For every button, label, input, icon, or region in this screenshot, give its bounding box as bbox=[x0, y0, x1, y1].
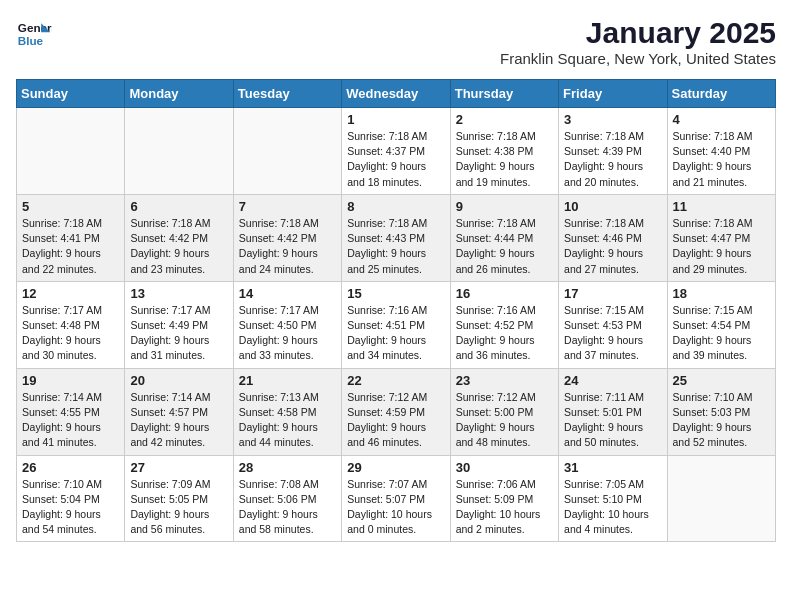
calendar-cell: 28Sunrise: 7:08 AMSunset: 5:06 PMDayligh… bbox=[233, 455, 341, 542]
calendar-cell: 6Sunrise: 7:18 AMSunset: 4:42 PMDaylight… bbox=[125, 194, 233, 281]
day-number: 4 bbox=[673, 112, 770, 127]
day-info: Sunrise: 7:09 AMSunset: 5:05 PMDaylight:… bbox=[130, 477, 227, 538]
day-info: Sunrise: 7:08 AMSunset: 5:06 PMDaylight:… bbox=[239, 477, 336, 538]
day-number: 26 bbox=[22, 460, 119, 475]
calendar-week-row: 1Sunrise: 7:18 AMSunset: 4:37 PMDaylight… bbox=[17, 108, 776, 195]
calendar-cell: 25Sunrise: 7:10 AMSunset: 5:03 PMDayligh… bbox=[667, 368, 775, 455]
day-number: 2 bbox=[456, 112, 553, 127]
day-number: 8 bbox=[347, 199, 444, 214]
calendar-week-row: 5Sunrise: 7:18 AMSunset: 4:41 PMDaylight… bbox=[17, 194, 776, 281]
calendar-cell: 1Sunrise: 7:18 AMSunset: 4:37 PMDaylight… bbox=[342, 108, 450, 195]
day-info: Sunrise: 7:18 AMSunset: 4:42 PMDaylight:… bbox=[130, 216, 227, 277]
weekday-header-monday: Monday bbox=[125, 80, 233, 108]
day-number: 31 bbox=[564, 460, 661, 475]
calendar-cell: 24Sunrise: 7:11 AMSunset: 5:01 PMDayligh… bbox=[559, 368, 667, 455]
day-info: Sunrise: 7:10 AMSunset: 5:04 PMDaylight:… bbox=[22, 477, 119, 538]
calendar-cell bbox=[17, 108, 125, 195]
day-number: 1 bbox=[347, 112, 444, 127]
calendar-cell: 15Sunrise: 7:16 AMSunset: 4:51 PMDayligh… bbox=[342, 281, 450, 368]
day-info: Sunrise: 7:18 AMSunset: 4:43 PMDaylight:… bbox=[347, 216, 444, 277]
calendar-cell: 16Sunrise: 7:16 AMSunset: 4:52 PMDayligh… bbox=[450, 281, 558, 368]
day-info: Sunrise: 7:18 AMSunset: 4:47 PMDaylight:… bbox=[673, 216, 770, 277]
day-info: Sunrise: 7:18 AMSunset: 4:44 PMDaylight:… bbox=[456, 216, 553, 277]
calendar-cell: 30Sunrise: 7:06 AMSunset: 5:09 PMDayligh… bbox=[450, 455, 558, 542]
calendar-cell: 10Sunrise: 7:18 AMSunset: 4:46 PMDayligh… bbox=[559, 194, 667, 281]
calendar-cell: 3Sunrise: 7:18 AMSunset: 4:39 PMDaylight… bbox=[559, 108, 667, 195]
day-number: 11 bbox=[673, 199, 770, 214]
calendar-cell: 31Sunrise: 7:05 AMSunset: 5:10 PMDayligh… bbox=[559, 455, 667, 542]
day-info: Sunrise: 7:18 AMSunset: 4:46 PMDaylight:… bbox=[564, 216, 661, 277]
calendar-cell: 12Sunrise: 7:17 AMSunset: 4:48 PMDayligh… bbox=[17, 281, 125, 368]
day-info: Sunrise: 7:12 AMSunset: 5:00 PMDaylight:… bbox=[456, 390, 553, 451]
day-number: 13 bbox=[130, 286, 227, 301]
calendar-cell: 22Sunrise: 7:12 AMSunset: 4:59 PMDayligh… bbox=[342, 368, 450, 455]
day-number: 10 bbox=[564, 199, 661, 214]
weekday-header-sunday: Sunday bbox=[17, 80, 125, 108]
day-info: Sunrise: 7:11 AMSunset: 5:01 PMDaylight:… bbox=[564, 390, 661, 451]
calendar-week-row: 19Sunrise: 7:14 AMSunset: 4:55 PMDayligh… bbox=[17, 368, 776, 455]
day-info: Sunrise: 7:13 AMSunset: 4:58 PMDaylight:… bbox=[239, 390, 336, 451]
day-number: 14 bbox=[239, 286, 336, 301]
day-info: Sunrise: 7:18 AMSunset: 4:39 PMDaylight:… bbox=[564, 129, 661, 190]
calendar-cell bbox=[233, 108, 341, 195]
weekday-header-friday: Friday bbox=[559, 80, 667, 108]
calendar-cell: 7Sunrise: 7:18 AMSunset: 4:42 PMDaylight… bbox=[233, 194, 341, 281]
day-number: 12 bbox=[22, 286, 119, 301]
calendar-cell: 20Sunrise: 7:14 AMSunset: 4:57 PMDayligh… bbox=[125, 368, 233, 455]
calendar-cell: 9Sunrise: 7:18 AMSunset: 4:44 PMDaylight… bbox=[450, 194, 558, 281]
day-info: Sunrise: 7:15 AMSunset: 4:53 PMDaylight:… bbox=[564, 303, 661, 364]
day-number: 16 bbox=[456, 286, 553, 301]
calendar-cell: 4Sunrise: 7:18 AMSunset: 4:40 PMDaylight… bbox=[667, 108, 775, 195]
day-info: Sunrise: 7:16 AMSunset: 4:51 PMDaylight:… bbox=[347, 303, 444, 364]
logo: General Blue bbox=[16, 16, 52, 52]
calendar-cell bbox=[667, 455, 775, 542]
day-info: Sunrise: 7:18 AMSunset: 4:42 PMDaylight:… bbox=[239, 216, 336, 277]
day-number: 27 bbox=[130, 460, 227, 475]
day-number: 28 bbox=[239, 460, 336, 475]
day-number: 22 bbox=[347, 373, 444, 388]
day-number: 23 bbox=[456, 373, 553, 388]
day-number: 19 bbox=[22, 373, 119, 388]
calendar-cell: 19Sunrise: 7:14 AMSunset: 4:55 PMDayligh… bbox=[17, 368, 125, 455]
weekday-header-tuesday: Tuesday bbox=[233, 80, 341, 108]
calendar-cell bbox=[125, 108, 233, 195]
weekday-header-wednesday: Wednesday bbox=[342, 80, 450, 108]
day-info: Sunrise: 7:17 AMSunset: 4:50 PMDaylight:… bbox=[239, 303, 336, 364]
calendar-cell: 18Sunrise: 7:15 AMSunset: 4:54 PMDayligh… bbox=[667, 281, 775, 368]
svg-text:General: General bbox=[18, 21, 52, 34]
page-header: General Blue January 2025 Franklin Squar… bbox=[16, 16, 776, 67]
weekday-header-saturday: Saturday bbox=[667, 80, 775, 108]
weekday-header-thursday: Thursday bbox=[450, 80, 558, 108]
location-subtitle: Franklin Square, New York, United States bbox=[500, 50, 776, 67]
day-number: 3 bbox=[564, 112, 661, 127]
day-number: 9 bbox=[456, 199, 553, 214]
day-number: 7 bbox=[239, 199, 336, 214]
day-number: 6 bbox=[130, 199, 227, 214]
day-info: Sunrise: 7:06 AMSunset: 5:09 PMDaylight:… bbox=[456, 477, 553, 538]
day-info: Sunrise: 7:17 AMSunset: 4:49 PMDaylight:… bbox=[130, 303, 227, 364]
logo-icon: General Blue bbox=[16, 16, 52, 52]
day-number: 25 bbox=[673, 373, 770, 388]
day-info: Sunrise: 7:07 AMSunset: 5:07 PMDaylight:… bbox=[347, 477, 444, 538]
day-number: 20 bbox=[130, 373, 227, 388]
day-number: 21 bbox=[239, 373, 336, 388]
day-info: Sunrise: 7:18 AMSunset: 4:41 PMDaylight:… bbox=[22, 216, 119, 277]
calendar-cell: 8Sunrise: 7:18 AMSunset: 4:43 PMDaylight… bbox=[342, 194, 450, 281]
calendar-table: SundayMondayTuesdayWednesdayThursdayFrid… bbox=[16, 79, 776, 542]
calendar-cell: 11Sunrise: 7:18 AMSunset: 4:47 PMDayligh… bbox=[667, 194, 775, 281]
day-info: Sunrise: 7:12 AMSunset: 4:59 PMDaylight:… bbox=[347, 390, 444, 451]
calendar-cell: 29Sunrise: 7:07 AMSunset: 5:07 PMDayligh… bbox=[342, 455, 450, 542]
svg-text:Blue: Blue bbox=[18, 34, 44, 47]
day-info: Sunrise: 7:18 AMSunset: 4:38 PMDaylight:… bbox=[456, 129, 553, 190]
calendar-cell: 14Sunrise: 7:17 AMSunset: 4:50 PMDayligh… bbox=[233, 281, 341, 368]
day-number: 5 bbox=[22, 199, 119, 214]
day-number: 17 bbox=[564, 286, 661, 301]
calendar-cell: 5Sunrise: 7:18 AMSunset: 4:41 PMDaylight… bbox=[17, 194, 125, 281]
day-info: Sunrise: 7:18 AMSunset: 4:37 PMDaylight:… bbox=[347, 129, 444, 190]
day-number: 18 bbox=[673, 286, 770, 301]
day-info: Sunrise: 7:16 AMSunset: 4:52 PMDaylight:… bbox=[456, 303, 553, 364]
day-info: Sunrise: 7:14 AMSunset: 4:57 PMDaylight:… bbox=[130, 390, 227, 451]
day-info: Sunrise: 7:17 AMSunset: 4:48 PMDaylight:… bbox=[22, 303, 119, 364]
month-year-title: January 2025 bbox=[500, 16, 776, 50]
weekday-header-row: SundayMondayTuesdayWednesdayThursdayFrid… bbox=[17, 80, 776, 108]
